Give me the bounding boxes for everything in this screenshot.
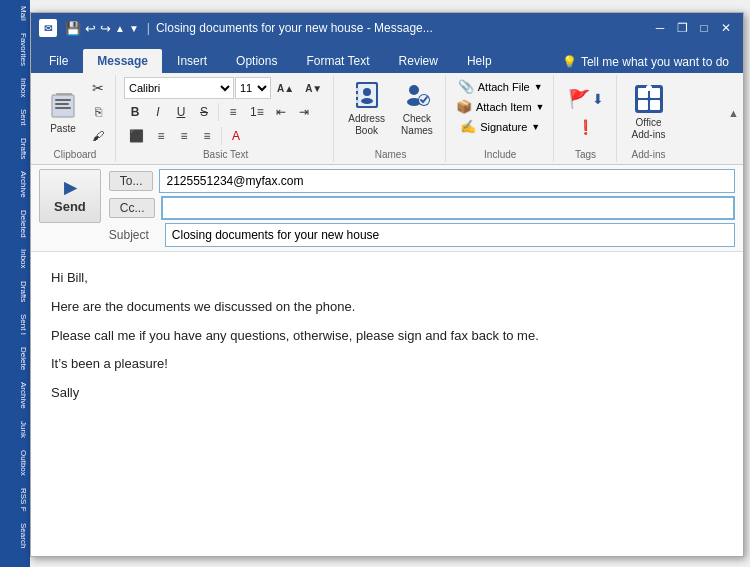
sidebar-mail[interactable]: Mail — [0, 0, 30, 27]
bullets-button[interactable]: ≡ — [222, 101, 244, 123]
bold-button[interactable]: B — [124, 101, 146, 123]
sidebar-archive2[interactable]: Archive — [0, 376, 30, 415]
italic-button[interactable]: I — [147, 101, 169, 123]
sidebar-sent[interactable]: Sent — [0, 103, 30, 131]
include-group: 📎 Attach File ▼ 📦 Attach Item ▼ ✍ Signat… — [448, 75, 554, 162]
check-names-label: Check Names — [401, 113, 433, 137]
svg-rect-21 — [646, 85, 652, 91]
title-bar: ✉ 💾 ↩ ↪ ▲ ▼ | Closing documents for your… — [31, 13, 743, 43]
form-rows: To... Cc... Subject — [109, 169, 735, 247]
copy-button[interactable]: ⎘ — [87, 101, 109, 123]
check-names-button[interactable]: Check Names — [395, 77, 439, 139]
separator — [218, 103, 219, 121]
font-grow-button[interactable]: A▲ — [272, 77, 299, 99]
names-label: Names — [375, 149, 407, 160]
tab-insert[interactable]: Insert — [163, 49, 221, 73]
compose-window: ✉ 💾 ↩ ↪ ▲ ▼ | Closing documents for your… — [30, 12, 744, 557]
tab-message[interactable]: Message — [83, 49, 162, 73]
font-size-select[interactable]: 11 — [235, 77, 271, 99]
svg-rect-1 — [52, 95, 74, 117]
attach-item-button[interactable]: 📦 Attach Item ▼ — [454, 97, 547, 116]
sidebar-favorites[interactable]: Favorites — [0, 27, 30, 72]
attach-file-button[interactable]: 📎 Attach File ▼ — [456, 77, 545, 96]
tab-file[interactable]: File — [35, 49, 82, 73]
sidebar-inbox2[interactable]: Inbox — [0, 243, 30, 275]
redo-icon[interactable]: ↪ — [100, 21, 111, 36]
office-addins-icon — [633, 83, 665, 115]
attach-item-dropdown[interactable]: ▼ — [536, 102, 545, 112]
sidebar-junk[interactable]: Junk — [0, 415, 30, 444]
sidebar-deleted[interactable]: Deleted — [0, 204, 30, 244]
font-name-select[interactable]: Calibri — [124, 77, 234, 99]
attach-file-dropdown[interactable]: ▼ — [534, 82, 543, 92]
sidebar-senti[interactable]: Sent I — [0, 308, 30, 341]
font-color-button[interactable]: A — [225, 125, 247, 147]
paste-button[interactable]: Paste — [41, 87, 85, 137]
align-left-button[interactable]: ⬛ — [124, 125, 149, 147]
cc-input[interactable] — [161, 196, 735, 220]
format-row-1: B I U S ≡ 1≡ ⇤ ⇥ — [124, 101, 315, 123]
flag-button[interactable]: 🚩 ⬇ — [562, 86, 610, 112]
align-right-button[interactable]: ≡ — [173, 125, 195, 147]
sidebar-rss[interactable]: RSS F — [0, 482, 30, 518]
lightbulb-icon: 💡 — [562, 55, 577, 69]
include-label: Include — [484, 149, 516, 160]
indent-dec-button[interactable]: ⇤ — [270, 101, 292, 123]
send-label: Send — [54, 199, 86, 214]
compose-body[interactable]: Hi Bill, Here are the documents we discu… — [31, 252, 743, 556]
sidebar-search[interactable]: Search — [0, 517, 30, 554]
high-importance-button[interactable]: ❗ — [572, 116, 599, 138]
cut-button[interactable]: ✂ — [87, 77, 109, 99]
sidebar-delete[interactable]: Delete — [0, 341, 30, 376]
left-sidebar: Mail Favorites Inbox Sent Drafts Archive… — [0, 0, 30, 567]
format-painter-button[interactable]: 🖌 — [87, 125, 109, 147]
tab-review[interactable]: Review — [385, 49, 452, 73]
cc-button[interactable]: Cc... — [109, 198, 156, 218]
signature-dropdown[interactable]: ▼ — [531, 122, 540, 132]
tab-options[interactable]: Options — [222, 49, 291, 73]
app-icon: ✉ — [39, 19, 57, 37]
addins-label: Add-ins — [632, 149, 666, 160]
tab-format-text[interactable]: Format Text — [292, 49, 383, 73]
close-button[interactable]: ✕ — [717, 19, 735, 37]
up-icon[interactable]: ▲ — [115, 23, 125, 34]
to-input[interactable] — [159, 169, 735, 193]
address-book-label: Address Book — [348, 113, 385, 137]
justify-button[interactable]: ≡ — [196, 125, 218, 147]
maximize-button[interactable]: □ — [695, 19, 713, 37]
save-icon[interactable]: 💾 — [65, 21, 81, 36]
svg-rect-2 — [55, 99, 71, 101]
sidebar-drafts2[interactable]: Drafts — [0, 275, 30, 308]
minimize-button[interactable]: ─ — [651, 19, 669, 37]
sidebar-drafts[interactable]: Drafts — [0, 132, 30, 165]
align-center-button[interactable]: ≡ — [150, 125, 172, 147]
down-icon-tb[interactable]: ▼ — [129, 23, 139, 34]
subject-input[interactable] — [165, 223, 735, 247]
signature-button[interactable]: ✍ Signature ▼ — [458, 117, 542, 136]
office-addins-button[interactable]: Office Add-ins — [626, 81, 672, 143]
numbering-button[interactable]: 1≡ — [245, 101, 269, 123]
sidebar-inbox[interactable]: Inbox — [0, 72, 30, 104]
indent-inc-button[interactable]: ⇥ — [293, 101, 315, 123]
strikethrough-button[interactable]: S — [193, 101, 215, 123]
ribbon-collapse-button[interactable]: ▲ — [728, 107, 739, 119]
font-shrink-button[interactable]: A▼ — [300, 77, 327, 99]
tab-help[interactable]: Help — [453, 49, 506, 73]
sidebar-archive[interactable]: Archive — [0, 165, 30, 204]
address-book-button[interactable]: Address Book — [342, 77, 391, 139]
send-button[interactable]: ▶ Send — [39, 169, 101, 223]
office-addins-label: Office Add-ins — [632, 117, 666, 141]
window-title: Closing documents for your new house - M… — [156, 21, 651, 35]
format-row-2: ⬛ ≡ ≡ ≡ A — [124, 125, 247, 147]
check-names-icon — [401, 79, 433, 111]
undo-icon[interactable]: ↩ — [85, 21, 96, 36]
clipboard-content: Paste ✂ ⎘ 🖌 — [41, 77, 109, 147]
svg-rect-10 — [356, 94, 359, 97]
box-icon: 📦 — [456, 99, 472, 114]
to-button[interactable]: To... — [109, 171, 154, 191]
underline-button[interactable]: U — [170, 101, 192, 123]
tell-me-box[interactable]: 💡 Tell me what you want to do — [552, 51, 739, 73]
restore-button[interactable]: ❐ — [673, 19, 691, 37]
send-area: ▶ Send — [39, 169, 101, 223]
sidebar-outbox[interactable]: Outbox — [0, 444, 30, 482]
